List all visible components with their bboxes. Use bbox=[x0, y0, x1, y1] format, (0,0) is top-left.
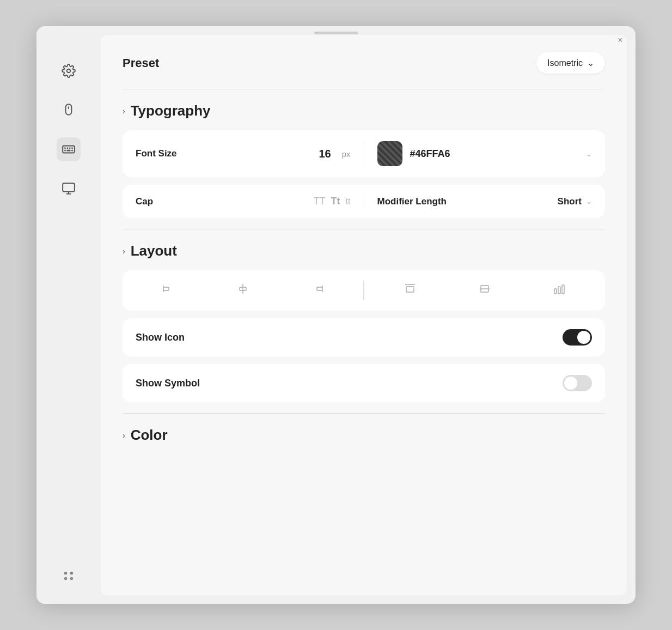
svg-rect-24 bbox=[406, 287, 414, 292]
color-swatch[interactable] bbox=[377, 141, 402, 166]
sidebar-bottom bbox=[57, 564, 81, 604]
svg-rect-23 bbox=[317, 287, 322, 290]
layout-alignment-card bbox=[123, 270, 605, 311]
typography-chevron-icon: › bbox=[123, 107, 125, 116]
alignment-group bbox=[123, 280, 363, 301]
preset-chevron-icon: ⌄ bbox=[587, 58, 594, 68]
cap-controls: TT Tt tt bbox=[314, 196, 351, 207]
font-size-unit: px bbox=[342, 149, 351, 159]
layout-section-title: Layout bbox=[131, 243, 177, 259]
svg-rect-29 bbox=[558, 287, 560, 294]
color-chevron-icon: › bbox=[123, 431, 125, 440]
cap-lowercase[interactable]: tt bbox=[346, 197, 351, 207]
sidebar bbox=[36, 26, 101, 604]
font-size-color-card: Font Size 16 px #46FFA6 ⌄ bbox=[123, 130, 605, 177]
show-icon-card: Show Icon bbox=[123, 318, 605, 356]
align-left-icon[interactable] bbox=[157, 280, 179, 301]
show-symbol-toggle[interactable] bbox=[563, 375, 592, 391]
main-content: Preset Isometric ⌄ › Typography Font Siz… bbox=[101, 35, 627, 595]
distribute-chart-icon[interactable] bbox=[548, 280, 570, 301]
font-size-left: Font Size 16 px bbox=[136, 148, 351, 160]
svg-point-15 bbox=[70, 577, 73, 580]
drag-handle[interactable] bbox=[314, 32, 358, 34]
color-dropdown-arrow-icon[interactable]: ⌄ bbox=[586, 150, 592, 158]
sidebar-item-mouse[interactable] bbox=[57, 98, 81, 122]
svg-rect-11 bbox=[63, 183, 75, 191]
cap-modifier-card: Cap TT Tt tt Modifier Length Short ⌄ bbox=[123, 185, 605, 218]
cap-left: Cap TT Tt tt bbox=[136, 196, 351, 207]
distribution-group bbox=[364, 280, 605, 301]
layout-section-header[interactable]: › Layout bbox=[123, 243, 605, 259]
align-center-icon[interactable] bbox=[232, 280, 254, 301]
cap-titlecase[interactable]: Tt bbox=[331, 196, 340, 207]
show-icon-label: Show Icon bbox=[136, 332, 185, 343]
modifier-right: Modifier Length Short ⌄ bbox=[364, 196, 592, 207]
svg-rect-30 bbox=[562, 285, 564, 294]
preset-dropdown[interactable]: Isometric ⌄ bbox=[536, 52, 605, 74]
sidebar-item-monitor[interactable] bbox=[57, 177, 81, 201]
align-right-icon[interactable] bbox=[307, 280, 328, 301]
show-symbol-label: Show Symbol bbox=[136, 378, 200, 389]
color-value: #46FFA6 bbox=[410, 148, 587, 160]
svg-rect-19 bbox=[163, 287, 169, 290]
svg-rect-1 bbox=[66, 104, 72, 115]
svg-point-14 bbox=[64, 577, 67, 580]
typography-section-title: Typography bbox=[131, 102, 211, 119]
color-divider bbox=[123, 413, 605, 414]
svg-point-0 bbox=[67, 69, 71, 73]
show-icon-toggle[interactable] bbox=[563, 329, 592, 346]
preset-row: Preset Isometric ⌄ bbox=[123, 52, 605, 74]
sidebar-item-dots[interactable] bbox=[57, 564, 81, 587]
distribute-center-icon[interactable] bbox=[474, 280, 496, 301]
sidebar-item-settings[interactable] bbox=[57, 59, 81, 83]
show-icon-toggle-knob bbox=[577, 331, 590, 344]
color-right: #46FFA6 ⌄ bbox=[364, 141, 592, 166]
color-section-title: Color bbox=[131, 427, 168, 444]
font-size-value[interactable]: 16 bbox=[319, 148, 331, 160]
preset-value: Isometric bbox=[547, 58, 583, 68]
layout-divider bbox=[123, 229, 605, 229]
show-symbol-card: Show Symbol bbox=[123, 364, 605, 402]
sidebar-item-keyboard[interactable] bbox=[57, 137, 81, 161]
modifier-length-value: Short bbox=[558, 196, 582, 207]
svg-point-17 bbox=[70, 572, 73, 574]
modifier-dropdown-arrow-icon[interactable]: ⌄ bbox=[586, 197, 592, 205]
show-symbol-toggle-knob bbox=[564, 377, 577, 390]
main-window: × bbox=[36, 26, 636, 604]
svg-point-16 bbox=[64, 572, 67, 574]
layout-chevron-icon: › bbox=[123, 247, 125, 256]
preset-label: Preset bbox=[123, 56, 159, 70]
svg-rect-28 bbox=[554, 289, 557, 294]
cap-modifier-row: Cap TT Tt tt Modifier Length Short ⌄ bbox=[123, 185, 605, 218]
svg-rect-3 bbox=[63, 146, 75, 153]
cap-uppercase[interactable]: TT bbox=[314, 196, 326, 207]
color-section-header[interactable]: › Color bbox=[123, 427, 605, 444]
font-size-row: Font Size 16 px #46FFA6 ⌄ bbox=[123, 130, 605, 177]
typography-divider bbox=[123, 89, 605, 89]
font-size-label: Font Size bbox=[136, 148, 310, 159]
modifier-length-label: Modifier Length bbox=[377, 196, 558, 207]
distribute-top-icon[interactable] bbox=[399, 280, 421, 301]
close-button[interactable]: × bbox=[614, 34, 627, 47]
typography-section-header[interactable]: › Typography bbox=[123, 102, 605, 119]
cap-label: Cap bbox=[136, 196, 305, 207]
